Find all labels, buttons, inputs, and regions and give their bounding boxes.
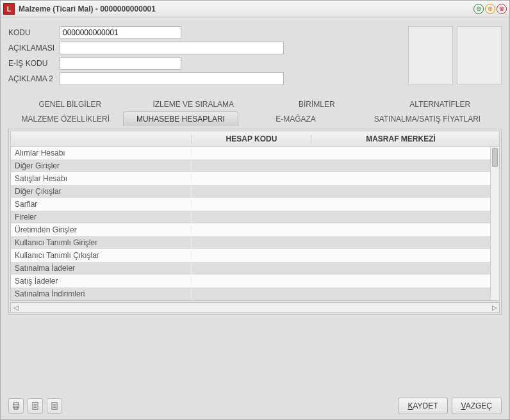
tab-satinalma-satis-fiyatlari[interactable]: SATINALMA/SATIŞ FİYATLARI: [353, 111, 502, 126]
table-row[interactable]: Satışlar Hesabı: [11, 172, 490, 185]
form-area: KODU AÇIKLAMASI E-İŞ KODU AÇIKLAMA 2: [8, 26, 284, 88]
tab-malzeme-ozellikleri[interactable]: MALZEME ÖZELLİKLERİ: [8, 111, 123, 126]
table-row[interactable]: Diğer Girişler: [11, 159, 490, 172]
minimize-button[interactable]: ⊖: [473, 4, 484, 14]
tab-row-1: GENEL BİLGİLER İZLEME VE SIRALAMA BİRİML…: [8, 97, 502, 111]
document-icon: [50, 401, 59, 410]
table-row[interactable]: Diğer Çıkışlar: [11, 185, 490, 198]
row-label: Satınalma İadeler: [11, 264, 192, 273]
eis-kodu-input[interactable]: [60, 57, 181, 70]
row-label: Satınalma İndirimleri: [11, 289, 192, 298]
table-row[interactable]: Satınalma İadeler: [11, 262, 490, 275]
tab-birimler[interactable]: BİRİMLER: [255, 97, 379, 111]
app-icon: L: [3, 3, 15, 15]
tab-izleme-siralama[interactable]: İZLEME VE SIRALAMA: [132, 97, 256, 111]
grid-body: Alımlar HesabıDiğer GirişlerSatışlar Hes…: [11, 147, 499, 300]
horizontal-scrollbar[interactable]: ◁ ▷: [10, 302, 500, 313]
row-label: Üretimden Girişler: [11, 225, 192, 234]
image-placeholders: [408, 26, 502, 85]
maximize-button[interactable]: ⊕: [485, 4, 495, 14]
aciklama2-label: AÇIKLAMA 2: [8, 74, 60, 83]
window-title: Malzeme (Ticari Mal) - 0000000000001: [19, 4, 470, 13]
kodu-input[interactable]: [60, 26, 181, 39]
footer-bar: KAYDET VAZGEÇ: [1, 392, 509, 419]
tab-strip: GENEL BİLGİLER İZLEME VE SIRALAMA BİRİML…: [8, 97, 502, 126]
row-label: Fireler: [11, 213, 192, 222]
vertical-scrollbar[interactable]: [490, 147, 499, 300]
image-placeholder-2[interactable]: [457, 26, 502, 85]
save-button[interactable]: KAYDET: [398, 398, 447, 414]
table-row[interactable]: Satınalma İndirimleri: [11, 287, 490, 300]
table-row[interactable]: Alımlar Hesabı: [11, 147, 490, 159]
cancel-button[interactable]: VAZGEÇ: [452, 398, 502, 414]
row-label: Satışlar Hesabı: [11, 174, 192, 183]
printer-icon: [12, 401, 21, 410]
row-label: Kullanıcı Tanımlı Çıkışlar: [11, 251, 192, 260]
window-controls: ⊖ ⊕ ⊗: [473, 4, 507, 14]
aciklama2-input[interactable]: [60, 72, 284, 85]
image-placeholder-1[interactable]: [408, 26, 453, 85]
table-row[interactable]: Üretimden Girişler: [11, 223, 490, 236]
app-window: L Malzeme (Ticari Mal) - 0000000000001 ⊖…: [0, 0, 510, 420]
tab-alternatifler[interactable]: ALTERNATİFLER: [379, 97, 502, 111]
row-label: Diğer Çıkışlar: [11, 187, 192, 196]
table-row[interactable]: Satış İadeler: [11, 275, 490, 287]
row-label: Alımlar Hesabı: [11, 149, 192, 158]
print-button[interactable]: [8, 398, 24, 414]
col-header-hesap-kodu[interactable]: HESAP KODU: [192, 134, 311, 143]
document-icon: [31, 401, 40, 410]
form-top-row: KODU AÇIKLAMASI E-İŞ KODU AÇIKLAMA 2: [8, 26, 502, 88]
scroll-right-arrow[interactable]: ▷: [489, 303, 499, 312]
row-label: Kullanıcı Tanımlı Girişler: [11, 238, 192, 247]
empty-space: [8, 315, 502, 387]
table-row[interactable]: Sarflar: [11, 198, 490, 211]
table-row[interactable]: Kullanıcı Tanımlı Girişler: [11, 236, 490, 249]
content-area: KODU AÇIKLAMASI E-İŞ KODU AÇIKLAMA 2: [1, 17, 509, 392]
kodu-label: KODU: [8, 28, 60, 37]
document-button-2[interactable]: [47, 398, 62, 414]
scroll-thumb[interactable]: [492, 148, 498, 167]
grid-wrapper: HESAP KODU MASRAF MERKEZİ Alımlar Hesabı…: [8, 129, 502, 315]
tab-e-magaza[interactable]: E-MAĞAZA: [238, 111, 353, 126]
close-button[interactable]: ⊗: [497, 4, 507, 14]
col-header-masraf-merkezi[interactable]: MASRAF MERKEZİ: [311, 134, 490, 143]
tab-genel-bilgiler[interactable]: GENEL BİLGİLER: [8, 97, 132, 111]
eis-kodu-label: E-İŞ KODU: [8, 59, 60, 68]
document-button-1[interactable]: [28, 398, 43, 414]
row-label: Sarflar: [11, 200, 192, 209]
scroll-left-arrow[interactable]: ◁: [11, 303, 21, 312]
tab-row-2: MALZEME ÖZELLİKLERİ MUHASEBE HESAPLARI E…: [8, 111, 502, 126]
aciklamasi-label: AÇIKLAMASI: [8, 44, 60, 52]
aciklamasi-input[interactable]: [60, 42, 284, 54]
grid-header: HESAP KODU MASRAF MERKEZİ: [11, 131, 499, 147]
tab-muhasebe-hesaplari[interactable]: MUHASEBE HESAPLARI: [123, 111, 239, 126]
title-bar: L Malzeme (Ticari Mal) - 0000000000001 ⊖…: [1, 1, 509, 17]
row-label: Diğer Girişler: [11, 161, 192, 170]
table-row[interactable]: Fireler: [11, 211, 490, 223]
grid-rows: Alımlar HesabıDiğer GirişlerSatışlar Hes…: [11, 147, 490, 300]
row-label: Satış İadeler: [11, 277, 192, 286]
svg-rect-0: [14, 403, 19, 405]
table-row[interactable]: Kullanıcı Tanımlı Çıkışlar: [11, 249, 490, 262]
accounts-grid: HESAP KODU MASRAF MERKEZİ Alımlar Hesabı…: [10, 131, 500, 301]
